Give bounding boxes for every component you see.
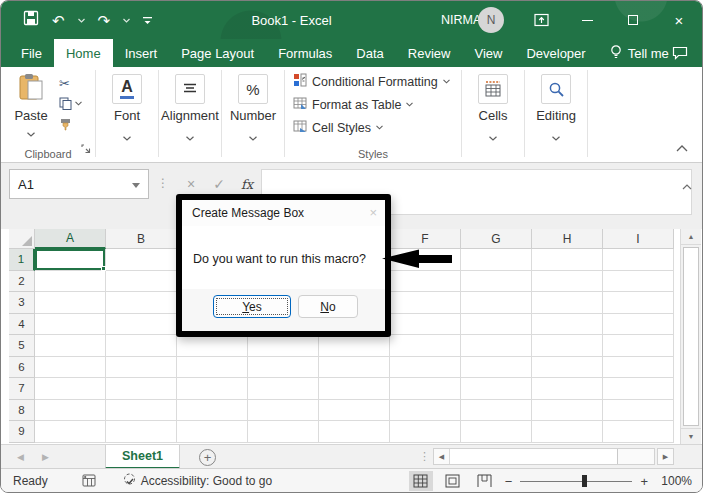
grid-cell[interactable] <box>532 249 603 271</box>
grid-cell[interactable] <box>106 421 177 443</box>
number-chevron-icon[interactable] <box>249 127 257 145</box>
grid-cell[interactable] <box>248 335 319 357</box>
horizontal-scrollbar-thumb[interactable] <box>450 449 618 464</box>
macro-record-icon[interactable] <box>82 474 96 487</box>
format-as-table-button[interactable]: Format as Table <box>293 96 461 113</box>
name-box-dropdown-icon[interactable] <box>132 183 140 188</box>
grid-cell[interactable] <box>603 271 674 293</box>
grid-cell[interactable] <box>390 292 461 314</box>
row-header-1[interactable]: 1 <box>9 249 35 271</box>
next-sheet-icon[interactable]: ▶ <box>42 452 49 462</box>
grid-cell[interactable] <box>106 400 177 422</box>
grid-cell[interactable] <box>106 335 177 357</box>
minimize-button[interactable] <box>564 1 610 39</box>
collapse-ribbon-chevron-icon[interactable] <box>676 138 688 156</box>
editing-chevron-icon[interactable] <box>552 127 560 145</box>
zoom-slider-handle[interactable] <box>582 475 587 487</box>
column-header-A[interactable]: A <box>35 229 106 249</box>
grid-cell[interactable] <box>390 421 461 443</box>
scroll-right-icon[interactable]: ▶ <box>657 448 674 465</box>
grid-cell[interactable] <box>461 378 532 400</box>
row-header-7[interactable]: 7 <box>9 378 35 400</box>
grid-cell[interactable] <box>35 357 106 379</box>
grid-cell[interactable] <box>461 357 532 379</box>
page-break-preview-icon[interactable] <box>473 471 497 491</box>
row-header-6[interactable]: 6 <box>9 357 35 379</box>
grid-cell[interactable] <box>35 335 106 357</box>
row-header-4[interactable]: 4 <box>9 314 35 336</box>
grid-cell[interactable] <box>106 378 177 400</box>
grid-cell[interactable] <box>177 421 248 443</box>
grid-cell[interactable] <box>461 271 532 293</box>
select-all-corner[interactable] <box>9 229 35 249</box>
tab-developer[interactable]: Developer <box>514 39 597 67</box>
paste-dropdown-chevron-icon[interactable] <box>27 123 35 141</box>
cell-styles-button[interactable]: Cell Styles <box>293 119 461 136</box>
dialog-close-icon[interactable]: × <box>369 205 377 220</box>
vertical-scrollbar-thumb[interactable] <box>683 247 699 426</box>
cancel-entry-icon[interactable]: × <box>177 176 205 192</box>
editing-group[interactable]: Editing <box>525 67 587 162</box>
scroll-left-icon[interactable]: ◀ <box>434 449 450 464</box>
grid-cell[interactable] <box>532 314 603 336</box>
selected-cell-A1[interactable] <box>35 249 106 271</box>
grid-cell[interactable] <box>35 292 106 314</box>
row-header-9[interactable]: 9 <box>9 421 35 443</box>
column-header-H[interactable]: H <box>532 229 603 249</box>
tab-home[interactable]: Home <box>54 39 113 67</box>
prev-sheet-icon[interactable]: ◀ <box>17 452 24 462</box>
no-button[interactable]: No <box>298 295 358 318</box>
grid-cell[interactable] <box>35 421 106 443</box>
grid-cell[interactable] <box>603 314 674 336</box>
row-header-8[interactable]: 8 <box>9 400 35 422</box>
grid-cell[interactable] <box>248 400 319 422</box>
avatar[interactable]: N <box>478 7 504 33</box>
conditional-formatting-button[interactable]: Conditional Formatting <box>293 73 461 90</box>
copy-button[interactable] <box>59 97 82 110</box>
font-group[interactable]: A Font <box>96 67 158 162</box>
row-header-3[interactable]: 3 <box>9 292 35 314</box>
grid-cell[interactable] <box>319 335 390 357</box>
grid-cell[interactable] <box>461 314 532 336</box>
number-group[interactable]: % Number <box>222 67 284 162</box>
grid-cell[interactable] <box>603 249 674 271</box>
column-header-B[interactable]: B <box>106 229 177 249</box>
tab-review[interactable]: Review <box>396 39 463 67</box>
cells-group[interactable]: Cells <box>462 67 524 162</box>
grid-cell[interactable] <box>461 292 532 314</box>
tab-data[interactable]: Data <box>344 39 395 67</box>
grid-cell[interactable] <box>248 378 319 400</box>
grid-cell[interactable] <box>106 314 177 336</box>
grid-cell[interactable] <box>532 421 603 443</box>
yes-button[interactable]: Yes <box>213 295 291 318</box>
grid-cell[interactable] <box>106 357 177 379</box>
zoom-out-button[interactable]: − <box>505 474 513 489</box>
insert-function-icon[interactable]: fx <box>233 177 261 192</box>
formula-bar-grip-icon[interactable]: ⋮ <box>157 176 169 190</box>
close-button[interactable]: × <box>656 1 702 39</box>
column-header-I[interactable]: I <box>603 229 674 249</box>
scroll-up-icon[interactable]: ▲ <box>681 229 701 245</box>
grid-cell[interactable] <box>177 335 248 357</box>
grid-cell[interactable] <box>603 400 674 422</box>
grid-cell[interactable] <box>532 357 603 379</box>
tabbar-grip-icon[interactable]: ⋮ <box>419 450 430 463</box>
horizontal-scrollbar[interactable]: ◀ <box>433 448 655 465</box>
tab-view[interactable]: View <box>462 39 514 67</box>
grid-cell[interactable] <box>461 400 532 422</box>
zoom-level[interactable]: 100% <box>656 474 692 488</box>
tab-insert[interactable]: Insert <box>113 39 170 67</box>
row-header-2[interactable]: 2 <box>9 271 35 293</box>
formula-bar-collapse-chevron-icon[interactable] <box>682 176 692 194</box>
grid-cell[interactable] <box>35 378 106 400</box>
cells-chevron-icon[interactable] <box>489 127 497 145</box>
name-box[interactable]: A1 <box>9 169 149 199</box>
format-painter-icon[interactable] <box>59 117 72 135</box>
grid-cell[interactable] <box>319 378 390 400</box>
grid-cell[interactable] <box>35 271 106 293</box>
grid-cell[interactable] <box>106 292 177 314</box>
clipboard-dialog-launcher-icon[interactable] <box>81 140 91 158</box>
grid-cell[interactable] <box>532 335 603 357</box>
grid-cell[interactable] <box>532 400 603 422</box>
tab-file[interactable]: File <box>9 39 54 67</box>
